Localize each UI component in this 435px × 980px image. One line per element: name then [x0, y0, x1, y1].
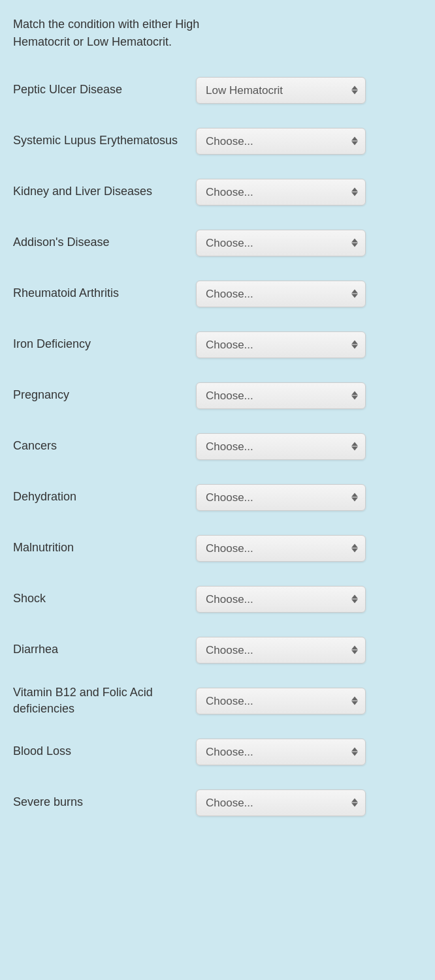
select-malnutrition[interactable]: Choose...High HematocritLow Hematocrit: [196, 535, 366, 562]
select-cancers[interactable]: Choose...High HematocritLow Hematocrit: [196, 433, 366, 460]
match-row-severe-burns: Severe burnsChoose...High HematocritLow …: [13, 783, 422, 822]
select-wrapper-systemic-lupus: Choose...High HematocritLow Hematocrit: [196, 128, 366, 155]
select-wrapper-pregnancy: Choose...High HematocritLow Hematocrit: [196, 382, 366, 409]
select-wrapper-blood-loss: Choose...High HematocritLow Hematocrit: [196, 739, 366, 765]
select-wrapper-rheumatoid: Choose...High HematocritLow Hematocrit: [196, 281, 366, 307]
select-iron-deficiency[interactable]: Choose...High HematocritLow Hematocrit: [196, 331, 366, 358]
select-wrapper-malnutrition: Choose...High HematocritLow Hematocrit: [196, 535, 366, 562]
condition-label-dehydration: Dehydration: [13, 489, 196, 505]
condition-label-cancers: Cancers: [13, 438, 196, 454]
condition-label-malnutrition: Malnutrition: [13, 540, 196, 556]
match-row-iron-deficiency: Iron DeficiencyChoose...High HematocritL…: [13, 325, 422, 364]
match-row-peptic-ulcer: Peptic Ulcer DiseaseChoose...High Hemato…: [13, 70, 422, 110]
match-row-shock: ShockChoose...High HematocritLow Hematoc…: [13, 579, 422, 619]
condition-label-rheumatoid: Rheumatoid Arthritis: [13, 285, 196, 301]
condition-label-systemic-lupus: Systemic Lupus Erythematosus: [13, 132, 196, 149]
select-wrapper-cancers: Choose...High HematocritLow Hematocrit: [196, 433, 366, 460]
select-blood-loss[interactable]: Choose...High HematocritLow Hematocrit: [196, 739, 366, 765]
select-wrapper-dehydration: Choose...High HematocritLow Hematocrit: [196, 484, 366, 511]
match-row-systemic-lupus: Systemic Lupus ErythematosusChoose...Hig…: [13, 121, 422, 161]
select-wrapper-diarrhea: Choose...High HematocritLow Hematocrit: [196, 637, 366, 664]
condition-label-addisons: Addison's Disease: [13, 234, 196, 251]
match-row-pregnancy: PregnancyChoose...High HematocritLow Hem…: [13, 376, 422, 415]
condition-label-blood-loss: Blood Loss: [13, 743, 196, 759]
match-row-rheumatoid: Rheumatoid ArthritisChoose...High Hemato…: [13, 274, 422, 313]
select-wrapper-vitamin-b12: Choose...High HematocritLow Hematocrit: [196, 688, 366, 714]
match-row-diarrhea: DiarrheaChoose...High HematocritLow Hema…: [13, 630, 422, 669]
select-pregnancy[interactable]: Choose...High HematocritLow Hematocrit: [196, 382, 366, 409]
condition-label-iron-deficiency: Iron Deficiency: [13, 336, 196, 352]
condition-label-diarrhea: Diarrhea: [13, 641, 196, 658]
select-wrapper-iron-deficiency: Choose...High HematocritLow Hematocrit: [196, 331, 366, 358]
select-severe-burns[interactable]: Choose...High HematocritLow Hematocrit: [196, 789, 366, 816]
select-wrapper-severe-burns: Choose...High HematocritLow Hematocrit: [196, 789, 366, 816]
select-shock[interactable]: Choose...High HematocritLow Hematocrit: [196, 586, 366, 613]
select-dehydration[interactable]: Choose...High HematocritLow Hematocrit: [196, 484, 366, 511]
match-row-dehydration: DehydrationChoose...High HematocritLow H…: [13, 478, 422, 517]
condition-label-vitamin-b12: Vitamin B12 and Folic Acid deficiencies: [13, 684, 196, 717]
match-row-addisons: Addison's DiseaseChoose...High Hematocri…: [13, 223, 422, 262]
condition-label-severe-burns: Severe burns: [13, 794, 196, 810]
select-wrapper-peptic-ulcer: Choose...High HematocritLow Hematocrit: [196, 77, 366, 104]
select-rheumatoid[interactable]: Choose...High HematocritLow Hematocrit: [196, 281, 366, 307]
match-rows-container: Peptic Ulcer DiseaseChoose...High Hemato…: [13, 70, 422, 822]
select-diarrhea[interactable]: Choose...High HematocritLow Hematocrit: [196, 637, 366, 664]
match-row-blood-loss: Blood LossChoose...High HematocritLow He…: [13, 732, 422, 771]
condition-label-pregnancy: Pregnancy: [13, 387, 196, 403]
match-row-vitamin-b12: Vitamin B12 and Folic Acid deficienciesC…: [13, 681, 422, 720]
match-row-kidney-liver: Kidney and Liver DiseasesChoose...High H…: [13, 172, 422, 211]
match-row-malnutrition: MalnutritionChoose...High HematocritLow …: [13, 528, 422, 568]
select-vitamin-b12[interactable]: Choose...High HematocritLow Hematocrit: [196, 688, 366, 714]
select-wrapper-addisons: Choose...High HematocritLow Hematocrit: [196, 230, 366, 256]
select-wrapper-shock: Choose...High HematocritLow Hematocrit: [196, 586, 366, 613]
instructions-text: Match the condition with either High Hem…: [13, 16, 248, 51]
condition-label-peptic-ulcer: Peptic Ulcer Disease: [13, 82, 196, 98]
select-addisons[interactable]: Choose...High HematocritLow Hematocrit: [196, 230, 366, 256]
condition-label-kidney-liver: Kidney and Liver Diseases: [13, 183, 196, 200]
select-wrapper-kidney-liver: Choose...High HematocritLow Hematocrit: [196, 179, 366, 206]
condition-label-shock: Shock: [13, 590, 196, 607]
match-row-cancers: CancersChoose...High HematocritLow Hemat…: [13, 427, 422, 466]
select-systemic-lupus[interactable]: Choose...High HematocritLow Hematocrit: [196, 128, 366, 155]
select-peptic-ulcer[interactable]: Choose...High HematocritLow Hematocrit: [196, 77, 366, 104]
select-kidney-liver[interactable]: Choose...High HematocritLow Hematocrit: [196, 179, 366, 206]
